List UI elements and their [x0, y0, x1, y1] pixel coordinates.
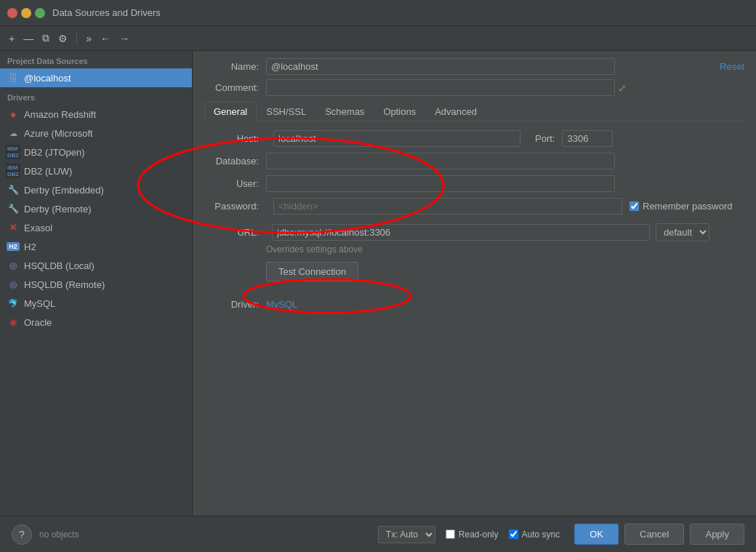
database-input[interactable]	[266, 153, 615, 169]
remember-password-check[interactable]	[630, 201, 639, 211]
cancel-button[interactable]: Cancel	[624, 524, 684, 545]
sidebar-item-label: @localhost	[24, 73, 71, 84]
sidebar-item-label: DB2 (JTOpen)	[24, 147, 85, 158]
title-bar: Data Sources and Drivers	[0, 0, 756, 26]
driver-label: Driver:	[204, 299, 266, 310]
copy-button[interactable]: ⧉	[39, 31, 52, 46]
readonly-checkbox[interactable]: Read-only	[446, 529, 499, 540]
tab-schemas[interactable]: Schemas	[315, 102, 374, 121]
url-row: URL: default	[204, 223, 744, 241]
sidebar-item-label: DB2 (LUW)	[24, 166, 72, 177]
mysql-icon: 🐬	[7, 297, 19, 309]
sidebar-item-db2-jtopen[interactable]: IBM DB2 DB2 (JTOpen)	[0, 143, 192, 161]
sidebar-item-h2[interactable]: H2 H2	[0, 237, 192, 256]
autosync-label: Auto sync	[522, 529, 560, 540]
expand-icon[interactable]: ⤢	[618, 82, 627, 94]
tab-sshssl[interactable]: SSH/SSL	[257, 102, 315, 121]
sidebar-item-azure[interactable]: ☁ Azure (Microsoft	[0, 124, 192, 143]
close-button[interactable]	[7, 8, 17, 18]
sidebar-item-derby-embedded[interactable]: 🔧 Derby (Embedded)	[0, 180, 192, 199]
sidebar-item-hsqldb-remote[interactable]: ◎ HSQLDB (Remote)	[0, 275, 192, 294]
settings-button[interactable]: ⚙	[55, 31, 71, 46]
content-area: Name: Reset Comment: ⤢ General SSH/SSL S…	[193, 51, 756, 516]
sidebar-item-label: Amazon Redshift	[24, 109, 96, 120]
sidebar-item-localhost[interactable]: 🗄 @localhost	[0, 68, 192, 87]
sidebar-item-label: HSQLDB (Remote)	[24, 279, 105, 290]
driver-link[interactable]: MySQL	[266, 299, 297, 310]
name-input[interactable]	[266, 58, 615, 75]
overrides-text: Overrides settings above	[266, 244, 744, 255]
sidebar-item-label: HSQLDB (Local)	[24, 260, 94, 271]
comment-input[interactable]	[266, 79, 615, 96]
database-label: Database:	[204, 156, 266, 167]
db2-jtopen-icon: IBM DB2	[7, 146, 19, 158]
sidebar: Project Data Sources 🗄 @localhost Driver…	[0, 51, 193, 516]
oracle-icon: ◉	[7, 316, 19, 328]
password-input[interactable]	[273, 198, 622, 215]
tab-advanced[interactable]: Advanced	[425, 102, 486, 121]
sidebar-item-derby-remote[interactable]: 🔧 Derby (Remote)	[0, 199, 192, 218]
derby-embedded-icon: 🔧	[7, 184, 19, 196]
sidebar-item-label: Derby (Remote)	[24, 204, 91, 215]
tab-options[interactable]: Options	[374, 102, 425, 121]
remember-password-checkbox[interactable]: Remember password	[630, 201, 733, 212]
tab-general[interactable]: General	[204, 102, 257, 121]
forward-button[interactable]: →	[116, 31, 132, 46]
hsqldb-remote-icon: ◎	[7, 279, 19, 290]
no-objects-text: no objects	[39, 529, 378, 540]
help-button[interactable]: ?	[12, 524, 32, 545]
host-row: Host: Port:	[204, 130, 744, 147]
db2-luw-icon: IBM DB2	[7, 165, 19, 177]
host-input[interactable]	[273, 130, 520, 147]
url-dropdown[interactable]: default	[656, 223, 709, 241]
sidebar-item-amazon-redshift[interactable]: ◈ Amazon Redshift	[0, 105, 192, 124]
add-button[interactable]: +	[6, 31, 17, 46]
bottom-right: Tx: Auto Read-only Auto sync	[378, 526, 560, 543]
tx-select[interactable]: Tx: Auto	[378, 526, 435, 543]
amazon-redshift-icon: ◈	[7, 108, 19, 120]
more-button[interactable]: »	[83, 31, 94, 46]
ok-button[interactable]: OK	[574, 524, 619, 545]
remove-button[interactable]: —	[20, 31, 36, 46]
test-connection-wrapper: Test Connection	[266, 262, 744, 290]
toolbar: + — ⧉ ⚙ » ← →	[0, 26, 756, 51]
sidebar-item-label: MySQL	[24, 298, 55, 309]
apply-button[interactable]: Apply	[690, 524, 744, 545]
sidebar-item-hsqldb-local[interactable]: ◎ HSQLDB (Local)	[0, 256, 192, 275]
autosync-checkbox[interactable]: Auto sync	[509, 529, 560, 540]
azure-icon: ☁	[7, 127, 19, 139]
url-label: URL:	[204, 227, 266, 238]
sidebar-item-db2-luw[interactable]: IBM DB2 DB2 (LUW)	[0, 161, 192, 180]
comment-row: Comment: ⤢	[204, 79, 744, 96]
sidebar-item-oracle[interactable]: ◉ Oracle	[0, 313, 192, 332]
sidebar-item-label: H2	[24, 241, 36, 252]
name-label: Name:	[204, 61, 266, 72]
sidebar-item-mysql[interactable]: 🐬 MySQL	[0, 294, 192, 313]
driver-row: Driver: MySQL	[204, 299, 744, 310]
sidebar-item-label: Exasol	[24, 223, 52, 233]
project-section-title: Project Data Sources	[0, 51, 192, 68]
sidebar-item-label: Derby (Embedded)	[24, 185, 104, 196]
user-input[interactable]	[266, 175, 615, 192]
sidebar-item-label: Oracle	[24, 317, 52, 328]
port-label: Port:	[535, 133, 555, 144]
back-button[interactable]: ←	[97, 31, 113, 46]
host-label: Host:	[204, 133, 266, 144]
toolbar-separator	[76, 32, 77, 45]
maximize-button[interactable]	[35, 8, 45, 18]
hsqldb-local-icon: ◎	[7, 260, 19, 271]
url-input[interactable]	[272, 224, 650, 241]
window-controls[interactable]	[7, 8, 45, 18]
reset-link[interactable]: Reset	[720, 61, 744, 72]
autosync-check[interactable]	[509, 529, 518, 539]
drivers-section-title: Drivers	[0, 87, 192, 105]
readonly-label: Read-only	[459, 529, 499, 540]
readonly-check[interactable]	[446, 529, 455, 539]
derby-remote-icon: 🔧	[7, 203, 19, 215]
sidebar-item-exasol[interactable]: ✕ Exasol	[0, 218, 192, 237]
h2-icon: H2	[7, 241, 19, 252]
bottom-bar: ? no objects Tx: Auto Read-only Auto syn…	[0, 516, 756, 552]
minimize-button[interactable]	[21, 8, 31, 18]
test-connection-button[interactable]: Test Connection	[266, 262, 358, 281]
port-input[interactable]	[562, 130, 613, 147]
